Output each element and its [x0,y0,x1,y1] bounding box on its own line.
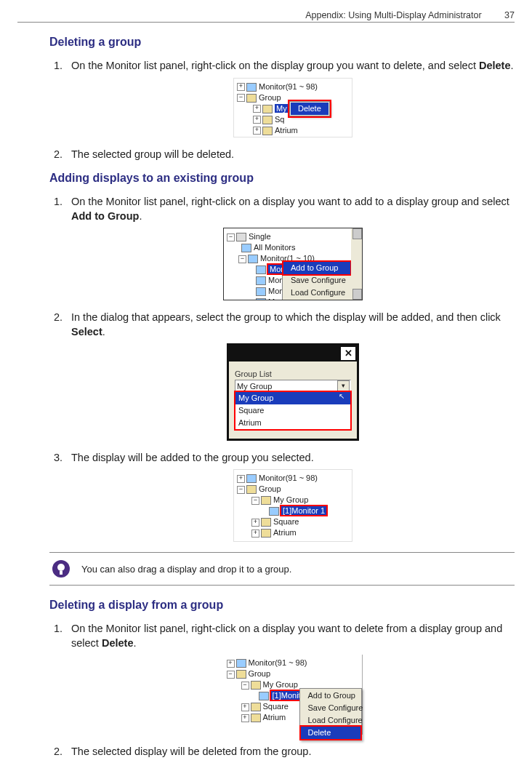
list-item: The display will be added to the group y… [65,451,515,543]
tip-text: You can also drag a display and drop it … [81,564,291,575]
scrollbar[interactable] [351,228,362,300]
list-item: In the dialog that appears, select the g… [65,311,515,440]
context-menu-display[interactable]: Add to Group Save Configure Load Configu… [299,688,362,740]
list-item: The selected display will be deleted fro… [65,745,515,759]
menu-item-load-configure[interactable]: Load Configure [283,287,350,299]
context-menu-delete[interactable]: Delete [289,101,330,116]
page-number: 37 [504,10,515,20]
menu-item-load-configure[interactable]: Load Configure [301,714,360,727]
menu-item-add-to-group[interactable]: Add to Group [283,262,350,274]
dropdown-option[interactable]: Atrium [235,417,350,429]
list-item: On the Monitor list panel, right-click o… [65,59,515,137]
group-list-label: Group List [235,369,351,380]
figure-tree-result: +Monitor(91 ~ 98) −Group −My Group [1]Mo… [233,469,352,542]
group-list-dialog: ✕ Group List My Group▾ My Group↖ Square … [227,343,359,440]
heading-deleting-group: Deleting a group [49,36,515,49]
header-title: Appendix: Using Multi-Display Administra… [305,10,481,20]
close-icon[interactable]: ✕ [341,347,355,360]
list-item: On the Monitor list panel, right-click o… [65,195,515,300]
tip-callout: You can also drag a display and drop it … [49,552,515,586]
figure-tree-delete-group: +Monitor(91 ~ 98) −Group +My +Sq +Atrium… [233,78,352,137]
context-menu-add[interactable]: Add to Group Save Configure Load Configu… [282,260,352,300]
heading-adding-displays: Adding displays to an existing group [49,172,515,185]
menu-item-save-configure[interactable]: Save Configure [283,274,350,287]
menu-item-save-configure[interactable]: Save Configure [301,702,360,714]
lightbulb-icon [52,560,70,578]
dropdown-option[interactable]: Square [235,404,350,417]
list-item: On the Monitor list panel, right-click o… [65,622,515,735]
figure-tree-add-to-group: −Single All Monitors −Monitor(1 ~ 10) Mo… [223,228,363,300]
menu-item-delete[interactable]: Delete [301,727,360,739]
list-item: The selected group will be deleted. [65,148,515,162]
menu-item-delete[interactable]: Delete [291,103,329,115]
menu-item-add-to-group[interactable]: Add to Group [301,690,360,702]
page-header: Appendix: Using Multi-Display Administra… [17,10,515,23]
group-list-dropdown[interactable]: My Group▾ My Group↖ Square Atrium [235,380,351,429]
heading-deleting-display: Deleting a display from a group [49,599,515,612]
figure-tree-delete-display: +Monitor(91 ~ 98) −Group −My Group [1]Mo… [224,655,363,735]
